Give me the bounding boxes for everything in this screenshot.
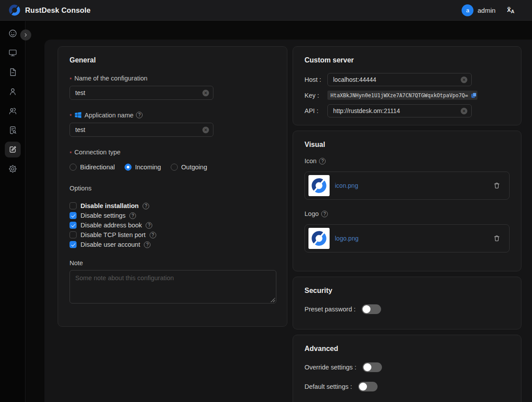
user-menu[interactable]: a admin [462, 4, 495, 16]
config-name-input[interactable]: test × [70, 86, 213, 100]
icon-thumbnail [308, 175, 330, 196]
note-placeholder: Some note about this configuration [75, 274, 174, 281]
preset-password-toggle[interactable] [362, 304, 381, 314]
general-card: General * Name of the configuration test… [58, 46, 287, 327]
sidebar-expand-button[interactable] [20, 29, 31, 40]
trash-icon[interactable] [493, 182, 500, 189]
help-icon[interactable]: ? [150, 232, 156, 238]
main-panel: General * Name of the configuration test… [44, 40, 532, 402]
sidebar-item-devices[interactable] [5, 45, 21, 61]
smiley-icon [8, 29, 18, 38]
key-row: Key : HtaXBkJNHyn0e1U1jWXze7A7CN7QTGWqxk… [305, 91, 510, 100]
checkbox-disable-settings[interactable]: Disable settings ? [70, 212, 275, 219]
help-icon[interactable]: ? [136, 112, 143, 118]
api-input[interactable]: http://rustdesk.om:21114 × [327, 104, 472, 117]
edit-icon [8, 145, 18, 154]
windows-icon [74, 111, 82, 119]
help-icon[interactable]: ? [319, 158, 326, 164]
override-settings-toggle[interactable] [363, 362, 382, 372]
app-header: RustDesk Console a admin x̄ A [0, 0, 532, 21]
options-group: Disable installation ? Disable settings … [70, 202, 275, 248]
user-icon [8, 87, 18, 96]
content-area: General * Name of the configuration test… [26, 21, 532, 402]
clear-icon[interactable]: × [202, 90, 209, 96]
checkbox[interactable] [70, 202, 77, 209]
username: admin [477, 7, 495, 14]
translate-icon[interactable]: x̄ A [507, 6, 514, 14]
help-icon[interactable]: ? [321, 211, 328, 217]
preset-password-label: Preset password : [305, 306, 356, 313]
trash-icon[interactable] [493, 235, 500, 242]
sidebar-item-custom-clients[interactable] [5, 142, 21, 157]
custom-server-card: Custom server Host : localhost:44444 × K… [293, 46, 521, 125]
checkbox[interactable] [70, 212, 77, 219]
app-title: RustDesk Console [25, 6, 91, 15]
radio-dot[interactable] [171, 164, 178, 171]
file-search-icon [8, 125, 18, 135]
left-column: General * Name of the configuration test… [58, 46, 287, 327]
checkbox-disable-user-account[interactable]: Disable user account ? [70, 241, 275, 248]
required-asterisk: * [70, 76, 72, 83]
checkbox-disable-tcp-listen-port[interactable]: Disable TCP listen port ? [70, 231, 275, 238]
host-input[interactable]: localhost:44444 × [327, 73, 472, 86]
clear-icon[interactable]: × [461, 77, 467, 83]
sidebar-item-dashboard[interactable] [5, 26, 21, 41]
note-label: Note [70, 259, 275, 267]
sidebar-item-groups[interactable] [5, 103, 21, 119]
sidebar-item-address-book[interactable] [5, 122, 21, 138]
note-textarea[interactable]: Some note about this configuration [70, 270, 276, 303]
sidebar-item-users[interactable] [5, 84, 21, 99]
checkbox[interactable] [70, 222, 77, 229]
default-settings-label: Default settings : [305, 383, 352, 390]
right-column: Custom server Host : localhost:44444 × K… [293, 46, 521, 402]
avatar[interactable]: a [462, 4, 473, 16]
api-label: API : [305, 107, 327, 114]
users-icon [8, 106, 18, 116]
radio-dot[interactable] [125, 164, 132, 171]
sidebar [0, 21, 26, 402]
radio-bidirectional[interactable]: Bidirectional [70, 164, 115, 171]
icon-label: Icon ? [305, 157, 510, 164]
override-settings-label: Override settings : [305, 364, 356, 371]
application-name-input[interactable]: test × [70, 123, 213, 137]
security-title: Security [305, 287, 510, 295]
security-card: Security Preset password : [293, 277, 521, 329]
default-settings-row: Default settings : [305, 382, 510, 391]
icon-upload-item: icon.png [305, 172, 510, 200]
monitor-icon [8, 48, 18, 58]
chevron-right-icon [23, 32, 29, 38]
logo-file-link[interactable]: logo.png [335, 235, 359, 242]
icon-file-link[interactable]: icon.png [335, 182, 358, 189]
checkbox[interactable] [70, 241, 77, 248]
file-icon [8, 67, 18, 77]
visual-card: Visual Icon ? icon.png [293, 131, 521, 271]
help-icon[interactable]: ? [146, 222, 152, 229]
help-icon[interactable]: ? [129, 212, 136, 219]
copy-icon[interactable] [470, 92, 477, 99]
radio-outgoing[interactable]: Outgoing [171, 164, 207, 171]
logo-upload-item: logo.png [305, 224, 510, 252]
visual-title: Visual [305, 141, 510, 149]
config-name-label: * Name of the configuration [70, 75, 275, 82]
checkbox-disable-address-book[interactable]: Disable address book ? [70, 222, 275, 229]
checkbox-disable-installation[interactable]: Disable installation ? [70, 202, 275, 209]
application-name-label: * Application name ? [70, 111, 275, 119]
gear-icon [8, 164, 18, 174]
advanced-title: Advanced [305, 345, 510, 353]
toggle-knob [359, 383, 367, 391]
resize-handle-icon[interactable] [271, 298, 275, 302]
logo-thumbnail [308, 228, 330, 249]
help-icon[interactable]: ? [143, 203, 149, 209]
sidebar-item-settings[interactable] [5, 161, 21, 177]
key-value: HtaXBkJNHyn0e1U1jWXze7A7CN7QTGWqxkOtpaVp… [330, 92, 468, 99]
radio-incoming[interactable]: Incoming [125, 164, 161, 171]
rustdesk-logo-icon [8, 4, 21, 17]
help-icon[interactable]: ? [144, 241, 150, 248]
general-title: General [70, 56, 275, 64]
clear-icon[interactable]: × [461, 108, 467, 114]
sidebar-item-documents[interactable] [5, 64, 21, 80]
checkbox[interactable] [70, 231, 77, 238]
radio-dot[interactable] [70, 164, 77, 171]
default-settings-toggle[interactable] [358, 382, 378, 391]
clear-icon[interactable]: × [202, 127, 209, 133]
